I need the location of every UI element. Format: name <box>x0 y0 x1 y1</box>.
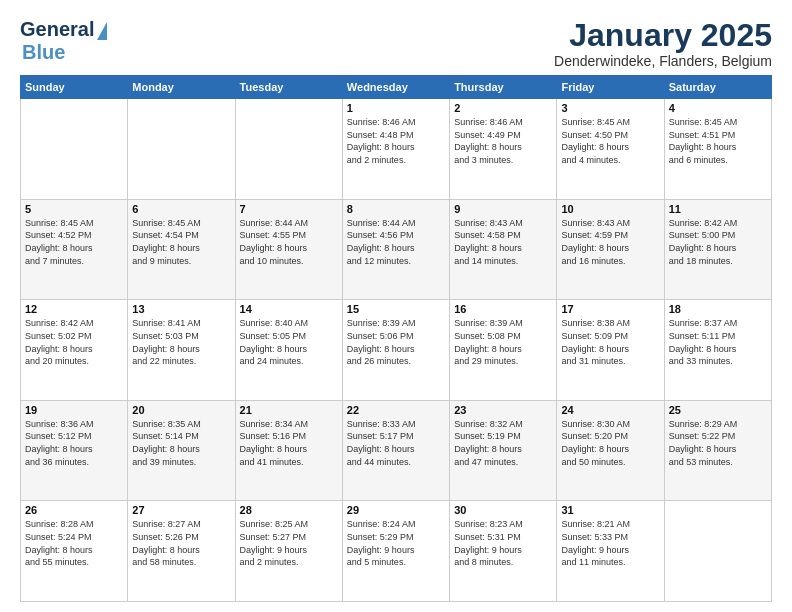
day-info-text: Sunrise: 8:24 AM Sunset: 5:29 PM Dayligh… <box>347 518 445 568</box>
cell-week3-day1: 13Sunrise: 8:41 AM Sunset: 5:03 PM Dayli… <box>128 300 235 401</box>
day-info-text: Sunrise: 8:43 AM Sunset: 4:59 PM Dayligh… <box>561 217 659 267</box>
month-title: January 2025 <box>554 18 772 53</box>
week-row-4: 19Sunrise: 8:36 AM Sunset: 5:12 PM Dayli… <box>21 400 772 501</box>
cell-week1-day6: 4Sunrise: 8:45 AM Sunset: 4:51 PM Daylig… <box>664 99 771 200</box>
day-info-text: Sunrise: 8:42 AM Sunset: 5:02 PM Dayligh… <box>25 317 123 367</box>
cell-week2-day3: 8Sunrise: 8:44 AM Sunset: 4:56 PM Daylig… <box>342 199 449 300</box>
day-info-text: Sunrise: 8:21 AM Sunset: 5:33 PM Dayligh… <box>561 518 659 568</box>
cell-week4-day0: 19Sunrise: 8:36 AM Sunset: 5:12 PM Dayli… <box>21 400 128 501</box>
page-header: General Blue January 2025 Denderwindeke,… <box>20 18 772 69</box>
calendar-page: General Blue January 2025 Denderwindeke,… <box>0 0 792 612</box>
cell-week3-day0: 12Sunrise: 8:42 AM Sunset: 5:02 PM Dayli… <box>21 300 128 401</box>
title-block: January 2025 Denderwindeke, Flanders, Be… <box>554 18 772 69</box>
cell-week4-day3: 22Sunrise: 8:33 AM Sunset: 5:17 PM Dayli… <box>342 400 449 501</box>
cell-week1-day2 <box>235 99 342 200</box>
day-number: 11 <box>669 203 767 215</box>
cell-week5-day2: 28Sunrise: 8:25 AM Sunset: 5:27 PM Dayli… <box>235 501 342 602</box>
day-number: 25 <box>669 404 767 416</box>
day-number: 23 <box>454 404 552 416</box>
cell-week4-day4: 23Sunrise: 8:32 AM Sunset: 5:19 PM Dayli… <box>450 400 557 501</box>
week-row-5: 26Sunrise: 8:28 AM Sunset: 5:24 PM Dayli… <box>21 501 772 602</box>
cell-week5-day3: 29Sunrise: 8:24 AM Sunset: 5:29 PM Dayli… <box>342 501 449 602</box>
day-info-text: Sunrise: 8:38 AM Sunset: 5:09 PM Dayligh… <box>561 317 659 367</box>
day-info-text: Sunrise: 8:40 AM Sunset: 5:05 PM Dayligh… <box>240 317 338 367</box>
day-info-text: Sunrise: 8:37 AM Sunset: 5:11 PM Dayligh… <box>669 317 767 367</box>
cell-week1-day1 <box>128 99 235 200</box>
day-info-text: Sunrise: 8:32 AM Sunset: 5:19 PM Dayligh… <box>454 418 552 468</box>
week-row-2: 5Sunrise: 8:45 AM Sunset: 4:52 PM Daylig… <box>21 199 772 300</box>
day-number: 17 <box>561 303 659 315</box>
day-info-text: Sunrise: 8:41 AM Sunset: 5:03 PM Dayligh… <box>132 317 230 367</box>
day-info-text: Sunrise: 8:45 AM Sunset: 4:50 PM Dayligh… <box>561 116 659 166</box>
day-number: 31 <box>561 504 659 516</box>
day-number: 8 <box>347 203 445 215</box>
cell-week2-day5: 10Sunrise: 8:43 AM Sunset: 4:59 PM Dayli… <box>557 199 664 300</box>
day-info-text: Sunrise: 8:27 AM Sunset: 5:26 PM Dayligh… <box>132 518 230 568</box>
day-info-text: Sunrise: 8:46 AM Sunset: 4:48 PM Dayligh… <box>347 116 445 166</box>
day-info-text: Sunrise: 8:29 AM Sunset: 5:22 PM Dayligh… <box>669 418 767 468</box>
day-number: 28 <box>240 504 338 516</box>
day-info-text: Sunrise: 8:46 AM Sunset: 4:49 PM Dayligh… <box>454 116 552 166</box>
day-number: 6 <box>132 203 230 215</box>
header-sunday: Sunday <box>21 76 128 99</box>
day-info-text: Sunrise: 8:23 AM Sunset: 5:31 PM Dayligh… <box>454 518 552 568</box>
cell-week5-day0: 26Sunrise: 8:28 AM Sunset: 5:24 PM Dayli… <box>21 501 128 602</box>
header-monday: Monday <box>128 76 235 99</box>
day-number: 24 <box>561 404 659 416</box>
day-info-text: Sunrise: 8:39 AM Sunset: 5:06 PM Dayligh… <box>347 317 445 367</box>
day-info-text: Sunrise: 8:45 AM Sunset: 4:52 PM Dayligh… <box>25 217 123 267</box>
logo: General Blue <box>20 18 107 64</box>
day-number: 13 <box>132 303 230 315</box>
day-number: 3 <box>561 102 659 114</box>
day-number: 12 <box>25 303 123 315</box>
day-number: 22 <box>347 404 445 416</box>
cell-week3-day5: 17Sunrise: 8:38 AM Sunset: 5:09 PM Dayli… <box>557 300 664 401</box>
week-row-3: 12Sunrise: 8:42 AM Sunset: 5:02 PM Dayli… <box>21 300 772 401</box>
cell-week2-day2: 7Sunrise: 8:44 AM Sunset: 4:55 PM Daylig… <box>235 199 342 300</box>
day-number: 7 <box>240 203 338 215</box>
cell-week1-day5: 3Sunrise: 8:45 AM Sunset: 4:50 PM Daylig… <box>557 99 664 200</box>
day-number: 2 <box>454 102 552 114</box>
header-thursday: Thursday <box>450 76 557 99</box>
day-number: 14 <box>240 303 338 315</box>
day-number: 9 <box>454 203 552 215</box>
day-info-text: Sunrise: 8:44 AM Sunset: 4:55 PM Dayligh… <box>240 217 338 267</box>
header-wednesday: Wednesday <box>342 76 449 99</box>
location-subtitle: Denderwindeke, Flanders, Belgium <box>554 53 772 69</box>
calendar-table: Sunday Monday Tuesday Wednesday Thursday… <box>20 75 772 602</box>
day-info-text: Sunrise: 8:44 AM Sunset: 4:56 PM Dayligh… <box>347 217 445 267</box>
cell-week2-day4: 9Sunrise: 8:43 AM Sunset: 4:58 PM Daylig… <box>450 199 557 300</box>
week-row-1: 1Sunrise: 8:46 AM Sunset: 4:48 PM Daylig… <box>21 99 772 200</box>
cell-week1-day3: 1Sunrise: 8:46 AM Sunset: 4:48 PM Daylig… <box>342 99 449 200</box>
day-number: 20 <box>132 404 230 416</box>
cell-week2-day6: 11Sunrise: 8:42 AM Sunset: 5:00 PM Dayli… <box>664 199 771 300</box>
day-number: 4 <box>669 102 767 114</box>
day-number: 5 <box>25 203 123 215</box>
day-number: 29 <box>347 504 445 516</box>
day-info-text: Sunrise: 8:35 AM Sunset: 5:14 PM Dayligh… <box>132 418 230 468</box>
day-info-text: Sunrise: 8:28 AM Sunset: 5:24 PM Dayligh… <box>25 518 123 568</box>
day-number: 26 <box>25 504 123 516</box>
day-info-text: Sunrise: 8:43 AM Sunset: 4:58 PM Dayligh… <box>454 217 552 267</box>
day-number: 10 <box>561 203 659 215</box>
day-info-text: Sunrise: 8:33 AM Sunset: 5:17 PM Dayligh… <box>347 418 445 468</box>
cell-week2-day1: 6Sunrise: 8:45 AM Sunset: 4:54 PM Daylig… <box>128 199 235 300</box>
cell-week3-day3: 15Sunrise: 8:39 AM Sunset: 5:06 PM Dayli… <box>342 300 449 401</box>
day-number: 30 <box>454 504 552 516</box>
day-info-text: Sunrise: 8:39 AM Sunset: 5:08 PM Dayligh… <box>454 317 552 367</box>
cell-week4-day2: 21Sunrise: 8:34 AM Sunset: 5:16 PM Dayli… <box>235 400 342 501</box>
cell-week5-day4: 30Sunrise: 8:23 AM Sunset: 5:31 PM Dayli… <box>450 501 557 602</box>
logo-general: General <box>20 18 94 41</box>
day-info-text: Sunrise: 8:36 AM Sunset: 5:12 PM Dayligh… <box>25 418 123 468</box>
cell-week1-day4: 2Sunrise: 8:46 AM Sunset: 4:49 PM Daylig… <box>450 99 557 200</box>
cell-week3-day2: 14Sunrise: 8:40 AM Sunset: 5:05 PM Dayli… <box>235 300 342 401</box>
cell-week5-day5: 31Sunrise: 8:21 AM Sunset: 5:33 PM Dayli… <box>557 501 664 602</box>
day-info-text: Sunrise: 8:45 AM Sunset: 4:51 PM Dayligh… <box>669 116 767 166</box>
logo-blue: Blue <box>22 41 65 64</box>
cell-week3-day6: 18Sunrise: 8:37 AM Sunset: 5:11 PM Dayli… <box>664 300 771 401</box>
cell-week2-day0: 5Sunrise: 8:45 AM Sunset: 4:52 PM Daylig… <box>21 199 128 300</box>
day-info-text: Sunrise: 8:42 AM Sunset: 5:00 PM Dayligh… <box>669 217 767 267</box>
day-info-text: Sunrise: 8:30 AM Sunset: 5:20 PM Dayligh… <box>561 418 659 468</box>
cell-week5-day6 <box>664 501 771 602</box>
header-saturday: Saturday <box>664 76 771 99</box>
